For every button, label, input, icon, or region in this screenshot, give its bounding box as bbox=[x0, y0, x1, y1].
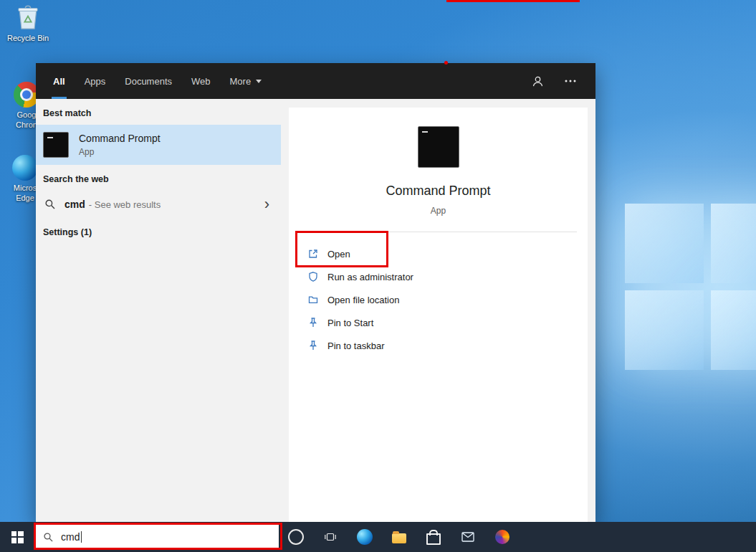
tab-more[interactable]: More bbox=[230, 63, 262, 99]
results-list: Best match Command Prompt App Search the… bbox=[36, 99, 281, 522]
folder-icon bbox=[307, 294, 319, 305]
command-prompt-icon-large bbox=[418, 126, 459, 168]
wallpaper-pane bbox=[711, 204, 756, 283]
action-run-as-administrator[interactable]: Run as administrator bbox=[307, 265, 588, 288]
taskbar-search-box[interactable]: cmd bbox=[34, 525, 279, 549]
windows-logo-icon bbox=[11, 531, 24, 543]
header-actions bbox=[532, 75, 577, 87]
tab-documents[interactable]: Documents bbox=[125, 63, 172, 99]
store-button[interactable] bbox=[416, 522, 451, 552]
chevron-down-icon bbox=[256, 80, 262, 83]
edge-taskbar-button[interactable] bbox=[348, 522, 382, 552]
task-view-button[interactable] bbox=[313, 522, 348, 552]
edge-label: Micros Edge bbox=[14, 183, 37, 204]
search-web-header: Search the web bbox=[36, 165, 281, 191]
action-open-file-location[interactable]: Open file location bbox=[307, 288, 588, 311]
preview-title: Command Prompt bbox=[386, 184, 490, 199]
edge-icon bbox=[357, 529, 373, 545]
cortana-button[interactable] bbox=[279, 522, 313, 552]
search-results-area: Best match Command Prompt App Search the… bbox=[36, 99, 595, 522]
recycle-bin-label: Recycle Bin bbox=[7, 33, 49, 43]
desktop-icon-recycle-bin[interactable]: Recycle Bin bbox=[6, 4, 50, 43]
ellipsis-icon[interactable] bbox=[564, 79, 577, 83]
tab-all-label: All bbox=[53, 76, 65, 87]
wallpaper-pane bbox=[711, 290, 756, 370]
file-explorer-button[interactable] bbox=[382, 522, 416, 552]
taskbar-search-value: cmd bbox=[61, 531, 80, 543]
start-button[interactable] bbox=[0, 522, 34, 552]
tab-apps[interactable]: Apps bbox=[85, 63, 106, 99]
tab-documents-label: Documents bbox=[125, 76, 172, 87]
taskbar: cmd bbox=[0, 522, 756, 552]
action-label: Pin to taskbar bbox=[327, 341, 385, 351]
user-icon[interactable] bbox=[532, 75, 544, 87]
best-match-header: Best match bbox=[36, 99, 281, 125]
wallpaper-window-glow bbox=[625, 204, 756, 370]
tab-web-label: Web bbox=[191, 76, 211, 87]
chevron-right-icon[interactable]: › bbox=[264, 196, 269, 212]
tab-web[interactable]: Web bbox=[191, 63, 211, 99]
action-label: Run as administrator bbox=[327, 272, 413, 282]
wallpaper-pane bbox=[625, 204, 704, 283]
recycle-bin-icon bbox=[15, 4, 41, 31]
tab-all[interactable]: All bbox=[53, 63, 65, 99]
action-label: Pin to Start bbox=[327, 318, 373, 328]
result-text: Command Prompt App bbox=[79, 133, 161, 157]
tab-more-label: More bbox=[230, 76, 252, 87]
result-title: Command Prompt bbox=[79, 133, 161, 144]
result-subtitle: App bbox=[79, 147, 161, 157]
action-open[interactable]: Open bbox=[307, 242, 588, 265]
search-tabs-bar: All Apps Documents Web More bbox=[36, 63, 595, 99]
cortana-icon bbox=[288, 529, 304, 545]
tab-apps-label: Apps bbox=[85, 76, 106, 87]
file-explorer-icon bbox=[392, 533, 406, 543]
search-flyout: All Apps Documents Web More Best match bbox=[36, 63, 595, 522]
pin-icon bbox=[307, 317, 319, 328]
edge-icon bbox=[12, 155, 38, 181]
action-pin-to-taskbar[interactable]: Pin to taskbar bbox=[307, 334, 588, 357]
task-view-icon bbox=[324, 530, 337, 543]
web-result-cmd[interactable]: cmd - See web results › bbox=[36, 191, 281, 218]
result-command-prompt[interactable]: Command Prompt App bbox=[36, 125, 281, 165]
mail-button[interactable] bbox=[451, 522, 485, 552]
settings-header: Settings (1) bbox=[36, 218, 281, 244]
action-pin-to-start[interactable]: Pin to Start bbox=[307, 311, 588, 334]
action-label: Open bbox=[327, 249, 350, 260]
search-icon bbox=[44, 199, 56, 210]
preview-card: Command Prompt App Open bbox=[289, 108, 588, 522]
open-icon bbox=[307, 248, 319, 260]
web-query: cmd bbox=[64, 199, 85, 210]
preview-subtitle: App bbox=[431, 206, 446, 216]
text-cursor bbox=[81, 531, 82, 543]
admin-shield-icon bbox=[307, 271, 319, 282]
search-icon bbox=[43, 532, 54, 543]
preview-pane: Command Prompt App Open bbox=[281, 99, 595, 522]
wallpaper-pane bbox=[625, 290, 704, 370]
web-suffix: - See web results bbox=[89, 199, 161, 210]
store-bag-icon bbox=[426, 533, 441, 545]
app-icon bbox=[495, 530, 509, 544]
command-prompt-icon bbox=[43, 132, 69, 158]
pin-icon bbox=[307, 340, 319, 351]
action-label: Open file location bbox=[327, 295, 399, 305]
mail-envelope-icon bbox=[461, 532, 474, 542]
action-list: Open Run as administrator bbox=[289, 232, 588, 357]
chrome-label: Goog Chron bbox=[16, 110, 37, 130]
desktop: Recycle Bin Goog Chron Micros Edge All A… bbox=[0, 0, 756, 552]
pinned-app-button[interactable] bbox=[485, 522, 520, 552]
